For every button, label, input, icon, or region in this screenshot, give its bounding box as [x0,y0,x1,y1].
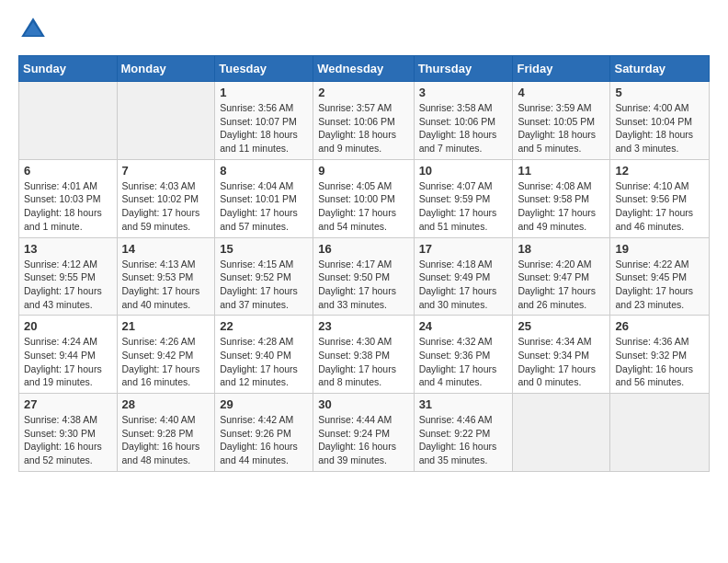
day-number: 10 [419,164,508,178]
day-number: 16 [318,242,408,256]
calendar-cell: 2Sunrise: 3:57 AM Sunset: 10:06 PM Dayli… [313,82,414,160]
calendar-week-row: 27Sunrise: 4:38 AM Sunset: 9:30 PM Dayli… [19,394,710,472]
day-header: Monday [117,56,215,82]
day-number: 8 [220,164,308,178]
day-number: 12 [615,164,704,178]
calendar-week-row: 1Sunrise: 3:56 AM Sunset: 10:07 PM Dayli… [19,82,710,160]
calendar-table: SundayMondayTuesdayWednesdayThursdayFrid… [18,55,710,472]
day-detail: Sunrise: 4:24 AM Sunset: 9:44 PM Dayligh… [24,335,112,389]
calendar-cell: 25Sunrise: 4:34 AM Sunset: 9:34 PM Dayli… [513,316,610,394]
calendar-cell: 22Sunrise: 4:28 AM Sunset: 9:40 PM Dayli… [215,316,313,394]
day-detail: Sunrise: 4:34 AM Sunset: 9:34 PM Dayligh… [518,335,605,389]
calendar-cell: 12Sunrise: 4:10 AM Sunset: 9:56 PM Dayli… [610,159,710,237]
day-detail: Sunrise: 4:46 AM Sunset: 9:22 PM Dayligh… [419,413,508,467]
day-number: 26 [615,319,704,333]
logo [18,15,51,44]
day-number: 27 [24,397,112,411]
calendar-header-row: SundayMondayTuesdayWednesdayThursdayFrid… [19,56,710,82]
day-number: 25 [518,319,605,333]
day-number: 5 [615,86,704,99]
day-detail: Sunrise: 3:58 AM Sunset: 10:06 PM Daylig… [419,101,508,155]
calendar-cell: 30Sunrise: 4:44 AM Sunset: 9:24 PM Dayli… [313,394,414,472]
day-header: Saturday [610,56,710,82]
calendar-cell: 11Sunrise: 4:08 AM Sunset: 9:58 PM Dayli… [513,159,610,237]
calendar-cell: 27Sunrise: 4:38 AM Sunset: 9:30 PM Dayli… [19,394,118,472]
day-detail: Sunrise: 4:44 AM Sunset: 9:24 PM Dayligh… [318,413,408,467]
calendar-cell: 24Sunrise: 4:32 AM Sunset: 9:36 PM Dayli… [414,316,513,394]
day-detail: Sunrise: 4:00 AM Sunset: 10:04 PM Daylig… [615,101,704,155]
day-header: Friday [513,56,610,82]
calendar-cell [117,82,215,160]
day-detail: Sunrise: 4:32 AM Sunset: 9:36 PM Dayligh… [419,335,508,389]
calendar-cell: 21Sunrise: 4:26 AM Sunset: 9:42 PM Dayli… [117,316,215,394]
calendar-cell: 19Sunrise: 4:22 AM Sunset: 9:45 PM Dayli… [610,237,710,316]
calendar-week-row: 13Sunrise: 4:12 AM Sunset: 9:55 PM Dayli… [19,237,710,316]
day-detail: Sunrise: 4:10 AM Sunset: 9:56 PM Dayligh… [615,179,704,234]
day-detail: Sunrise: 4:07 AM Sunset: 9:59 PM Dayligh… [419,179,508,234]
calendar-cell: 3Sunrise: 3:58 AM Sunset: 10:06 PM Dayli… [414,82,513,160]
day-header: Thursday [414,56,513,82]
day-number: 13 [24,242,112,256]
day-detail: Sunrise: 4:30 AM Sunset: 9:38 PM Dayligh… [318,335,408,389]
calendar-cell: 8Sunrise: 4:04 AM Sunset: 10:01 PM Dayli… [215,159,313,237]
day-number: 7 [122,164,210,178]
day-number: 20 [24,319,112,333]
calendar-cell: 20Sunrise: 4:24 AM Sunset: 9:44 PM Dayli… [19,316,118,394]
day-number: 3 [419,86,508,99]
calendar-cell: 28Sunrise: 4:40 AM Sunset: 9:28 PM Dayli… [117,394,215,472]
day-number: 29 [220,397,308,411]
day-detail: Sunrise: 4:38 AM Sunset: 9:30 PM Dayligh… [24,413,112,467]
logo-icon [18,15,48,44]
day-detail: Sunrise: 4:26 AM Sunset: 9:42 PM Dayligh… [122,335,210,389]
calendar-cell: 17Sunrise: 4:18 AM Sunset: 9:49 PM Dayli… [414,237,513,316]
calendar-cell: 16Sunrise: 4:17 AM Sunset: 9:50 PM Dayli… [313,237,414,316]
calendar-cell: 13Sunrise: 4:12 AM Sunset: 9:55 PM Dayli… [19,237,118,316]
day-detail: Sunrise: 4:42 AM Sunset: 9:26 PM Dayligh… [220,413,308,467]
calendar-cell: 9Sunrise: 4:05 AM Sunset: 10:00 PM Dayli… [313,159,414,237]
day-detail: Sunrise: 4:17 AM Sunset: 9:50 PM Dayligh… [318,258,408,312]
calendar-cell: 31Sunrise: 4:46 AM Sunset: 9:22 PM Dayli… [414,394,513,472]
day-detail: Sunrise: 3:59 AM Sunset: 10:05 PM Daylig… [518,101,605,155]
day-detail: Sunrise: 4:22 AM Sunset: 9:45 PM Dayligh… [615,258,704,312]
day-number: 30 [318,397,408,411]
day-detail: Sunrise: 4:36 AM Sunset: 9:32 PM Dayligh… [615,335,704,389]
calendar-cell [610,394,710,472]
page-header [18,15,710,44]
day-header: Tuesday [215,56,313,82]
calendar-cell [19,82,118,160]
day-detail: Sunrise: 4:15 AM Sunset: 9:52 PM Dayligh… [220,258,308,312]
day-detail: Sunrise: 4:18 AM Sunset: 9:49 PM Dayligh… [419,258,508,312]
day-number: 31 [419,397,508,411]
calendar-cell: 6Sunrise: 4:01 AM Sunset: 10:03 PM Dayli… [19,159,118,237]
day-number: 11 [518,164,605,178]
day-detail: Sunrise: 4:08 AM Sunset: 9:58 PM Dayligh… [518,179,605,234]
calendar-cell: 26Sunrise: 4:36 AM Sunset: 9:32 PM Dayli… [610,316,710,394]
day-number: 18 [518,242,605,256]
day-detail: Sunrise: 4:01 AM Sunset: 10:03 PM Daylig… [24,179,112,234]
calendar-cell: 15Sunrise: 4:15 AM Sunset: 9:52 PM Dayli… [215,237,313,316]
calendar-cell: 1Sunrise: 3:56 AM Sunset: 10:07 PM Dayli… [215,82,313,160]
calendar-week-row: 6Sunrise: 4:01 AM Sunset: 10:03 PM Dayli… [19,159,710,237]
day-header: Sunday [19,56,118,82]
day-number: 4 [518,86,605,99]
calendar-cell: 18Sunrise: 4:20 AM Sunset: 9:47 PM Dayli… [513,237,610,316]
calendar-cell: 29Sunrise: 4:42 AM Sunset: 9:26 PM Dayli… [215,394,313,472]
day-detail: Sunrise: 4:28 AM Sunset: 9:40 PM Dayligh… [220,335,308,389]
day-number: 9 [318,164,408,178]
day-number: 24 [419,319,508,333]
day-number: 28 [122,397,210,411]
day-number: 23 [318,319,408,333]
calendar-cell: 10Sunrise: 4:07 AM Sunset: 9:59 PM Dayli… [414,159,513,237]
calendar-cell: 14Sunrise: 4:13 AM Sunset: 9:53 PM Dayli… [117,237,215,316]
day-number: 6 [24,164,112,178]
day-number: 2 [318,86,408,99]
day-detail: Sunrise: 3:57 AM Sunset: 10:06 PM Daylig… [318,101,408,155]
day-detail: Sunrise: 4:04 AM Sunset: 10:01 PM Daylig… [220,179,308,234]
calendar-week-row: 20Sunrise: 4:24 AM Sunset: 9:44 PM Dayli… [19,316,710,394]
day-detail: Sunrise: 4:20 AM Sunset: 9:47 PM Dayligh… [518,258,605,312]
day-detail: Sunrise: 4:03 AM Sunset: 10:02 PM Daylig… [122,179,210,234]
day-number: 15 [220,242,308,256]
day-number: 21 [122,319,210,333]
day-number: 17 [419,242,508,256]
calendar-cell: 7Sunrise: 4:03 AM Sunset: 10:02 PM Dayli… [117,159,215,237]
